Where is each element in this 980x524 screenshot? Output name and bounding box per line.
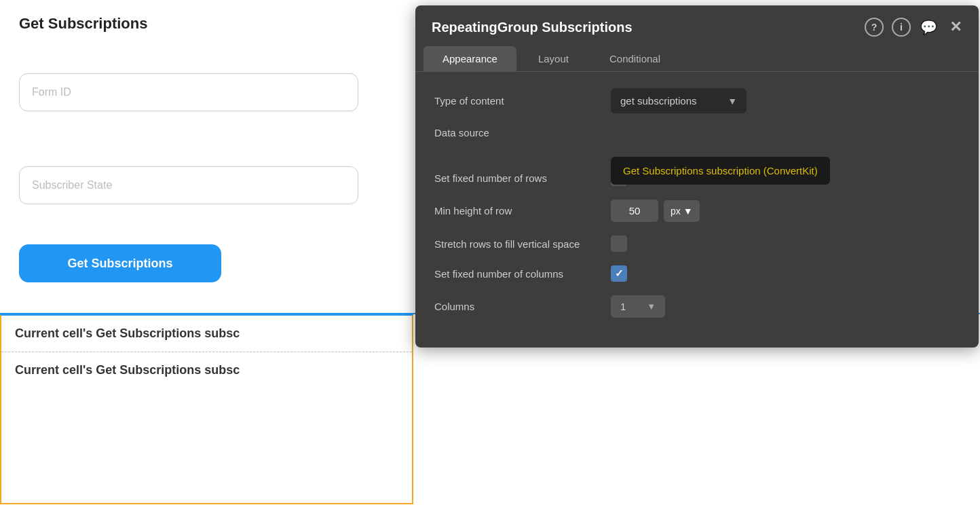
type-of-content-dropdown[interactable]: get subscriptions ▼: [611, 88, 747, 113]
unit-value: px: [671, 206, 681, 217]
panel-body: Type of content get subscriptions ▼ Data…: [415, 72, 979, 348]
set-fixed-columns-checkbox[interactable]: ✓: [611, 265, 627, 282]
close-icon[interactable]: ✕: [946, 18, 965, 37]
repeating-group: Current cell's Get Subscriptions subsc C…: [0, 314, 413, 504]
rg-row-2: Current cell's Get Subscriptions subsc: [1, 352, 412, 388]
panel: RepeatingGroup Subscriptions ? i 💬 ✕ App…: [415, 5, 979, 348]
panel-header: RepeatingGroup Subscriptions ? i 💬 ✕: [415, 5, 979, 46]
set-fixed-columns-row: Set fixed number of columns ✓: [434, 265, 960, 282]
unit-dropdown[interactable]: px ▼: [664, 200, 700, 222]
set-fixed-columns-label: Set fixed number of columns: [434, 268, 611, 280]
tab-conditional[interactable]: Conditional: [590, 46, 679, 71]
chat-icon[interactable]: 💬: [919, 18, 938, 37]
stretch-rows-checkbox[interactable]: [611, 236, 627, 252]
stretch-rows-row: Stretch rows to fill vertical space: [434, 236, 960, 252]
get-subscriptions-button[interactable]: Get Subscriptions: [19, 244, 221, 282]
form-id-placeholder: Form ID: [32, 86, 71, 98]
panel-icons: ? i 💬 ✕: [865, 18, 965, 37]
columns-arrow-icon: ▼: [647, 301, 656, 312]
min-height-input[interactable]: [611, 200, 658, 222]
min-height-row: Min height of row px ▼: [434, 200, 960, 222]
unit-arrow-icon: ▼: [683, 206, 693, 217]
min-height-inputs: px ▼: [611, 200, 700, 222]
stretch-rows-label: Stretch rows to fill vertical space: [434, 238, 611, 250]
tab-appearance[interactable]: Appearance: [423, 46, 516, 71]
type-of-content-row: Type of content get subscriptions ▼: [434, 88, 960, 113]
help-icon[interactable]: ?: [865, 18, 884, 37]
columns-label: Columns: [434, 301, 611, 312]
rg-row-1: Current cell's Get Subscriptions subsc: [1, 316, 412, 352]
subscriber-state-input[interactable]: Subscriber State: [19, 166, 358, 204]
set-fixed-rows-checkbox[interactable]: [611, 170, 627, 186]
checkmark-icon: ✓: [615, 267, 624, 280]
page-title: Get Subscriptions: [19, 15, 147, 33]
info-icon[interactable]: i: [892, 18, 911, 37]
type-of-content-label: Type of content: [434, 95, 611, 107]
set-fixed-rows-row: Set fixed number of rows: [434, 170, 960, 186]
spacer: [434, 159, 960, 170]
tab-layout[interactable]: Layout: [519, 46, 588, 71]
columns-row: Columns 1 ▼: [434, 295, 960, 318]
min-height-label: Min height of row: [434, 205, 611, 217]
set-fixed-rows-label: Set fixed number of rows: [434, 172, 611, 184]
subscriber-state-placeholder: Subscriber State: [32, 179, 112, 191]
type-of-content-value: get subscriptions: [620, 95, 721, 107]
columns-dropdown[interactable]: 1 ▼: [611, 295, 665, 318]
panel-title: RepeatingGroup Subscriptions: [432, 20, 858, 35]
data-source-row: Data source Get Subscriptions subscripti…: [434, 127, 960, 138]
dropdown-arrow-icon: ▼: [728, 96, 737, 107]
data-source-label: Data source: [434, 127, 611, 138]
form-id-input[interactable]: Form ID: [19, 73, 358, 111]
tabs: Appearance Layout Conditional: [415, 46, 979, 72]
columns-value: 1: [620, 301, 643, 312]
